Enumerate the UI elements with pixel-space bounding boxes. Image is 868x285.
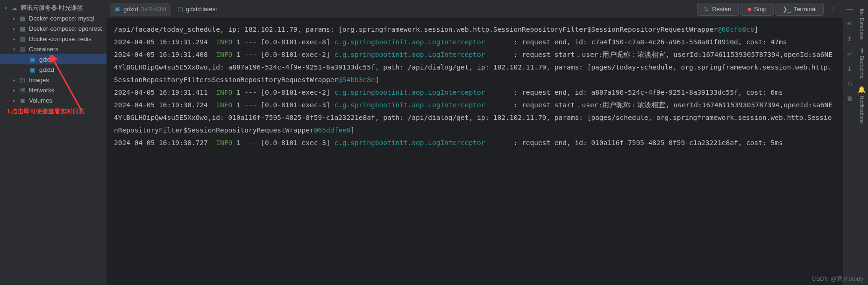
button-label: Stop [754,6,767,13]
tree-compose-item[interactable]: ▸ ▦ Docker-compose: redis [0,34,107,44]
tree-label: Images [29,76,49,83]
chevron-right-icon: ▸ [10,76,18,83]
tree-volumes[interactable]: ▸ ≣ Volumes [0,95,107,105]
tree-label: gdxtd [39,56,54,63]
compose-icon: ▦ [19,25,26,32]
volumes-icon: ≣ [19,97,26,104]
tab-label: gdxtd [123,6,138,13]
chevron-down-icon: ▾ [10,45,18,53]
restart-button[interactable]: ↻ Restart [697,3,739,16]
tab-label: gdxtd:latest [186,6,217,13]
docker-tree-sidebar: ▾ ☁ 腾讯云服务器·时光课签 ▸ ▦ Docker-compose: mysq… [0,0,107,285]
hide-icon[interactable]: — [846,5,854,13]
endpoints-toolwindow[interactable]: ≔ Endpoints [858,45,866,80]
images-icon: ▤ [19,76,26,83]
toolwindow-rail: — 👁 ↥ ↩ ⤓ ⎙ 🗑 [843,0,856,285]
terminal-icon: ❯_ [783,6,791,13]
tree-label: Containers [29,46,58,53]
log-line: /api/facade/today_schedule, ip: 182.102.… [114,23,835,36]
container-icon: ▣ [29,66,36,73]
tabbar: ▣ gdxtd 3a7bd3fd ▢ gdxtd:latest ↻ Restar… [107,0,843,19]
tree-images[interactable]: ▸ ▤ Images [0,75,107,85]
tree-containers[interactable]: ▾ ▥ Containers [0,44,107,54]
delete-icon[interactable]: 🗑 [846,94,854,103]
scroll-end-icon[interactable]: ⤓ [846,64,854,73]
database-toolwindow[interactable]: 🗄 Database [858,7,866,42]
networks-icon: ⌘ [19,86,26,94]
database-icon: 🗄 [858,9,866,16]
notifications-toolwindow[interactable]: 🔔 Notifications [858,84,866,125]
rail-label: Database [859,18,865,40]
cloud-icon: ☁ [10,4,18,12]
ide-right-rail: 🗄 Database ≔ Endpoints 🔔 Notifications [856,0,868,285]
main-panel: ▣ gdxtd 3a7bd3fd ▢ gdxtd:latest ↻ Restar… [107,0,843,285]
restart-icon: ↻ [704,6,709,13]
chevron-right-icon: ▸ [10,25,18,32]
bell-icon: 🔔 [858,86,866,94]
container-icon: ▣ [115,6,121,13]
container-icon: ▣ [29,56,36,63]
chevron-right-icon: ▸ [10,86,18,94]
tree-label: Docker-compose: redis [29,35,92,42]
log-console[interactable]: /api/facade/today_schedule, ip: 182.102.… [107,19,843,285]
tree-compose-item[interactable]: ▸ ▦ Docker-compose: mysql [0,13,107,23]
annotation-text: 1.点击即可便捷查看实时日志 [7,107,85,116]
log-line: 2024-04-05 16:19:31.411 INFO 1 --- [0.0-… [114,86,835,99]
tree-root-label: 腾讯云服务器·时光课签 [21,4,83,12]
tree-label: Networks [29,87,54,94]
tree-container-item[interactable]: ▣ gdxtd [0,54,107,64]
tree-label: gdxtd [39,66,54,73]
tab-image[interactable]: ▢ gdxtd:latest [173,3,222,16]
chevron-right-icon: ▸ [10,97,18,104]
tree-label: Volumes [29,97,52,104]
tab-hash: 3a7bd3fd [141,6,166,13]
containers-group-icon: ▥ [19,45,26,53]
button-label: Restart [712,6,732,13]
chevron-right-icon: ▸ [10,14,18,22]
log-line: 2024-04-05 16:19:31.408 INFO 1 --- [0.0-… [114,49,835,86]
terminal-button[interactable]: ❯_ Terminal [776,3,824,16]
tree-label: Docker-compose: openrest [29,25,102,32]
tree-root[interactable]: ▾ ☁ 腾讯云服务器·时光课签 [0,3,107,13]
button-label: Terminal [794,6,817,13]
more-actions-icon[interactable]: ⋮ [827,4,839,14]
log-line: 2024-04-05 16:19:38.727 INFO 1 --- [0.0-… [114,137,835,149]
log-line: 2024-04-05 16:19:31.294 INFO 1 --- [0.0-… [114,36,835,49]
eye-icon[interactable]: 👁 [846,20,854,28]
log-line: 2024-04-05 16:19:38.724 INFO 1 --- [0.0-… [114,99,835,137]
tree-compose-item[interactable]: ▸ ▦ Docker-compose: openrest [0,23,107,34]
upload-icon[interactable]: ↥ [846,35,854,43]
rail-label: Endpoints [859,56,865,78]
tree-label: Docker-compose: mysql [29,15,94,22]
tree-networks[interactable]: ▸ ⌘ Networks [0,85,107,95]
chevron-down-icon: ▾ [2,4,9,12]
print-icon[interactable]: ⎙ [846,79,854,88]
stop-button[interactable]: ■ Stop [740,3,774,16]
endpoints-icon: ≔ [858,47,866,54]
softwrap-icon[interactable]: ↩ [846,49,854,58]
rail-label: Notifications [859,96,865,124]
chevron-right-icon: ▸ [10,35,18,42]
tab-container-log[interactable]: ▣ gdxtd 3a7bd3fd [110,3,171,16]
image-icon: ▢ [178,6,183,13]
stop-icon: ■ [747,6,751,13]
tree-container-item[interactable]: ▣ gdxtd [0,64,107,75]
compose-icon: ▦ [19,14,26,22]
compose-icon: ▦ [19,35,26,42]
